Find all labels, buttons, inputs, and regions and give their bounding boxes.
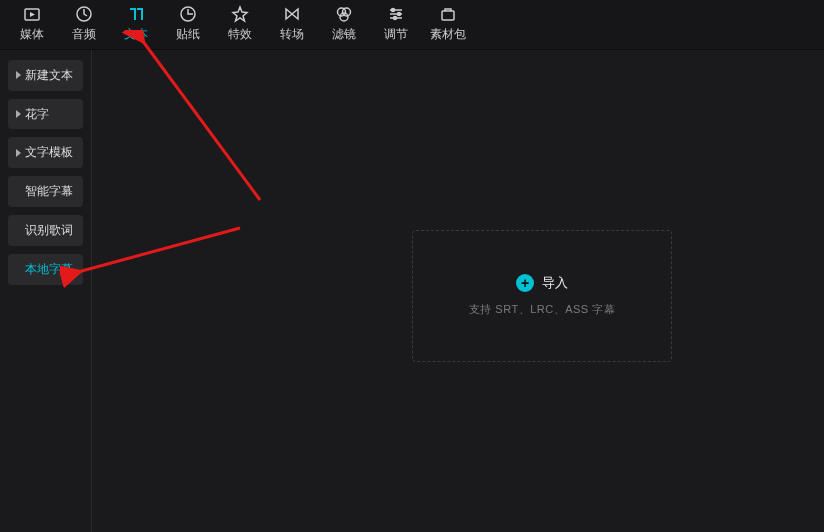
audio-icon	[58, 4, 110, 24]
tab-label: 音频	[58, 26, 110, 43]
tab-label: 特效	[214, 26, 266, 43]
sidebar: 新建文本花字文字模板智能字幕识别歌词本地字幕	[0, 50, 92, 532]
content-area: + 导入 支持 SRT、LRC、ASS 字幕	[92, 50, 824, 532]
effect-icon	[214, 4, 266, 24]
main-area: 新建文本花字文字模板智能字幕识别歌词本地字幕 + 导入 支持 SRT、LRC、A…	[0, 50, 824, 532]
plus-icon: +	[516, 274, 534, 292]
sidebar-item-label: 文字模板	[25, 144, 73, 161]
svg-rect-9	[442, 11, 454, 20]
caret-icon	[16, 71, 21, 79]
import-dropzone[interactable]: + 导入 支持 SRT、LRC、ASS 字幕	[412, 230, 672, 362]
tab-label: 滤镜	[318, 26, 370, 43]
import-row: + 导入	[516, 274, 568, 292]
tab-label: 文本	[110, 26, 162, 43]
sidebar-item-label: 智能字幕	[25, 183, 73, 200]
sidebar-item-smart-subtitle[interactable]: 智能字幕	[8, 176, 83, 207]
assets-icon	[422, 4, 474, 24]
tab-adjust[interactable]: 调节	[370, 2, 422, 43]
text-icon	[110, 4, 162, 24]
tab-label: 转场	[266, 26, 318, 43]
media-icon	[6, 4, 58, 24]
sidebar-item-local-subtitle[interactable]: 本地字幕	[8, 254, 83, 285]
sidebar-item-text-template[interactable]: 文字模板	[8, 137, 83, 168]
caret-icon	[16, 149, 21, 157]
sidebar-item-new-text[interactable]: 新建文本	[8, 60, 83, 91]
import-subtitle: 支持 SRT、LRC、ASS 字幕	[469, 302, 615, 317]
sidebar-item-label: 花字	[25, 106, 49, 123]
caret-icon	[16, 110, 21, 118]
svg-point-6	[392, 9, 395, 12]
sidebar-item-label: 识别歌词	[25, 222, 73, 239]
filter-icon	[318, 4, 370, 24]
tab-label: 素材包	[422, 26, 474, 43]
sidebar-item-label: 本地字幕	[25, 261, 73, 278]
tab-sticker[interactable]: 贴纸	[162, 2, 214, 43]
sidebar-item-label: 新建文本	[25, 67, 73, 84]
svg-point-8	[394, 17, 397, 20]
sidebar-item-fancy-text[interactable]: 花字	[8, 99, 83, 130]
svg-point-7	[398, 13, 401, 16]
tab-label: 贴纸	[162, 26, 214, 43]
sidebar-item-lyrics[interactable]: 识别歌词	[8, 215, 83, 246]
tab-audio[interactable]: 音频	[58, 2, 110, 43]
tab-effect[interactable]: 特效	[214, 2, 266, 43]
tab-filter[interactable]: 滤镜	[318, 2, 370, 43]
tab-label: 媒体	[6, 26, 58, 43]
sticker-icon	[162, 4, 214, 24]
tab-text[interactable]: 文本	[110, 2, 162, 43]
tab-label: 调节	[370, 26, 422, 43]
import-label: 导入	[542, 274, 568, 292]
top-toolbar: 媒体音频文本贴纸特效转场滤镜调节素材包	[0, 0, 824, 50]
tab-media[interactable]: 媒体	[6, 2, 58, 43]
tab-transition[interactable]: 转场	[266, 2, 318, 43]
tab-assets[interactable]: 素材包	[422, 2, 474, 43]
transition-icon	[266, 4, 318, 24]
adjust-icon	[370, 4, 422, 24]
